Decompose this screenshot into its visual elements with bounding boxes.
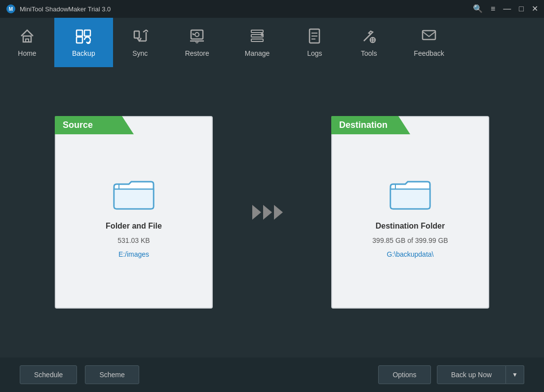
restore-label: Restore [185,49,209,57]
svg-rect-6 [77,37,82,43]
app-logo: M [6,4,16,14]
source-header: Source [55,116,134,134]
destination-card[interactable]: Destination Destination Folder 399.85 GB… [331,116,489,309]
svg-marker-27 [263,205,272,220]
nav-item-sync[interactable]: Sync [113,18,167,67]
restore-icon [189,28,205,46]
nav-item-manage[interactable]: Manage [227,18,288,67]
nav-item-tools[interactable]: Tools [342,18,396,67]
svg-rect-3 [26,39,29,42]
tools-label: Tools [361,49,377,57]
close-button[interactable]: ✕ [532,5,538,13]
svg-rect-16 [251,39,263,41]
options-button[interactable]: Options [378,365,430,384]
source-title: Folder and File [106,222,162,231]
destination-title: Destination Folder [376,222,445,231]
svg-rect-4 [77,30,82,36]
svg-text:M: M [9,6,13,12]
backup-dropdown-button[interactable]: ▼ [506,365,524,384]
titlebar: M MiniTool ShadowMaker Trial 3.0 🔍 ≡ — □… [0,0,544,18]
svg-point-13 [195,33,199,37]
destination-wrapper: Destination Destination Folder 399.85 GB… [331,116,489,309]
minimize-button[interactable]: — [503,5,511,13]
arrow-section [252,200,292,225]
svg-rect-7 [134,31,139,38]
titlebar-left: M MiniTool ShadowMaker Trial 3.0 [6,4,111,14]
destination-folder-icon [388,177,432,216]
source-card[interactable]: Source Folder and File 531.03 KB E:/imag… [55,116,213,309]
bottom-left-buttons: Schedule Scheme [20,365,139,384]
main-content: Source Folder and File 531.03 KB E:/imag… [0,67,544,357]
source-folder-icon [112,177,156,216]
search-button[interactable]: 🔍 [473,5,483,13]
feedback-icon [421,28,437,46]
schedule-button[interactable]: Schedule [20,365,77,384]
svg-marker-28 [274,205,283,220]
nav-item-logs[interactable]: Logs [287,18,342,67]
nav-item-feedback[interactable]: Feedback [396,18,462,67]
menu-button[interactable]: ≡ [491,5,495,13]
destination-header: Destination [331,116,410,134]
svg-rect-14 [251,30,263,33]
app-title: MiniTool ShadowMaker Trial 3.0 [20,5,111,13]
backup-now-button[interactable]: Back up Now [437,365,506,384]
source-wrapper: Source Folder and File 531.03 KB E:/imag… [55,116,213,309]
forward-arrows-icon [252,200,292,225]
sync-icon [132,28,148,46]
manage-icon [249,28,265,46]
source-size: 531.03 KB [117,236,150,244]
home-icon [19,28,35,46]
nav-item-home[interactable]: Home [0,18,54,67]
bottombar: Schedule Scheme Options Back up Now ▼ [0,357,544,392]
svg-point-12 [196,41,198,43]
svg-marker-26 [252,205,261,220]
svg-rect-25 [423,31,435,39]
destination-size: 399.85 GB of 399.99 GB [372,236,448,244]
destination-path: G:\backupdata\ [387,250,434,258]
bottom-right-buttons: Options Back up Now ▼ [378,365,524,384]
logs-icon [307,28,322,46]
logs-label: Logs [307,49,322,57]
titlebar-controls: 🔍 ≡ — □ ✕ [473,5,538,13]
manage-label: Manage [245,49,270,57]
feedback-label: Feedback [414,49,444,57]
scheme-button[interactable]: Scheme [85,365,139,384]
backup-icon [76,28,91,46]
svg-rect-5 [84,30,90,36]
source-path: E:/images [118,250,149,258]
svg-point-17 [261,33,264,36]
sync-label: Sync [132,49,148,57]
maximize-button[interactable]: □ [519,5,524,13]
home-label: Home [18,49,36,57]
nav-item-restore[interactable]: Restore [167,18,227,67]
backup-label: Backup [72,49,95,57]
tools-icon [361,28,377,46]
nav-item-backup[interactable]: Backup [54,18,113,67]
navbar: Home Backup Sync [0,18,544,67]
